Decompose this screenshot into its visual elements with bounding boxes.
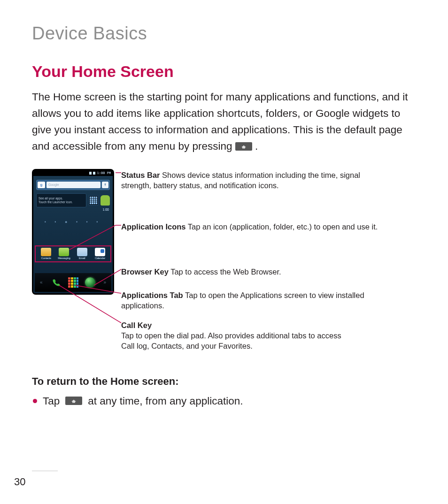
messaging-icon <box>59 248 69 256</box>
callout-status-bar: Status Bar Shows device status informati… <box>121 170 384 191</box>
dock-label: Messaging <box>58 257 70 260</box>
home-screen-diagram: 1:00 PM g Google See all your apps. Touc… <box>32 169 420 366</box>
callout-app-icons: Application Icons Tap an icon (applicati… <box>121 221 378 232</box>
section-title: Device Basics <box>32 23 420 44</box>
call-key-icon <box>51 277 62 288</box>
callout-text: Tap an icon (application, folder, etc.) … <box>186 222 378 231</box>
callout-call-key: Call Key Tap to open the dial pad. Also … <box>121 320 341 351</box>
callout-title: Call Key <box>121 321 152 329</box>
callout-title: Applications Tab <box>121 291 183 299</box>
callout-title: Application Icons <box>121 222 186 231</box>
bullet-text-before: Tap <box>43 395 60 407</box>
intro-paragraph: The Home screen is the starting point fo… <box>32 89 420 155</box>
tip-bubble: See all your apps. Touch the Launcher ic… <box>36 193 86 207</box>
left-arrow-icon: « <box>38 280 45 285</box>
page-number: 30 <box>14 476 25 488</box>
dock-label: Email <box>79 257 85 260</box>
callout-text: Tap to access the Web Browser. <box>169 267 281 276</box>
voice-search-icon <box>102 182 108 188</box>
google-search-input: Google <box>46 182 100 188</box>
battery-icon <box>93 172 95 175</box>
calendar-icon <box>95 248 105 256</box>
tip-line1: See all your apps. <box>39 197 84 200</box>
right-arrow-icon: » <box>101 280 108 285</box>
intro-text-1: The Home screen is the starting point fo… <box>32 91 408 152</box>
phone-screen: 1:00 PM g Google See all your apps. Touc… <box>33 170 113 293</box>
bullet-text-after: at any time, from any application. <box>88 395 243 407</box>
svg-rect-0 <box>105 183 106 185</box>
launcher-grid-icon <box>88 195 99 206</box>
svg-rect-1 <box>105 185 106 186</box>
browser-key-icon <box>85 277 95 288</box>
callout-text-line1: Tap to open the dial pad. Also provides … <box>121 331 341 340</box>
dock-label: Calendar <box>95 257 105 260</box>
bullet-dot-icon <box>33 399 37 403</box>
search-widget: g Google <box>36 180 110 190</box>
intro-text-2: . <box>255 140 258 152</box>
dock-contacts: Contacts <box>38 246 54 261</box>
android-mascot-icon <box>100 195 110 206</box>
manual-page: Device Basics Your Home Screen The Home … <box>0 0 448 504</box>
bottom-bar: « » <box>35 273 111 292</box>
dock-messaging: Messaging <box>55 246 72 261</box>
footer-rule <box>32 471 58 471</box>
clock-widget-time: 1:00 <box>33 208 113 211</box>
google-g-icon: g <box>38 182 45 188</box>
home-key-icon <box>235 142 252 151</box>
callout-apps-tab: Applications Tab Tap to open the Applica… <box>121 290 384 311</box>
tip-line2: Touch the Launcher icon. <box>39 200 84 204</box>
status-time: 1:00 PM <box>97 171 111 175</box>
contacts-icon <box>41 248 51 256</box>
subheading: To return to the Home screen: <box>32 375 420 388</box>
phone-mockup: 1:00 PM g Google See all your apps. Touc… <box>32 169 114 295</box>
callout-title: Browser Key <box>121 267 169 276</box>
email-icon <box>77 248 87 256</box>
page-heading: Your Home Screen <box>32 62 420 81</box>
applications-tab-icon <box>68 277 78 288</box>
dock-email: Email <box>74 246 91 261</box>
page-indicator-dots: • • ● • • • <box>33 220 113 224</box>
callout-browser: Browser Key Tap to access the Web Browse… <box>121 267 281 277</box>
dock-calendar: Calendar <box>92 246 108 261</box>
status-bar: 1:00 PM <box>33 170 113 176</box>
tip-row: See all your apps. Touch the Launcher ic… <box>36 194 110 207</box>
callout-text-line2: Call log, Contacts, and your Favorites. <box>121 342 253 350</box>
app-dock-row: Contacts Messaging Email Calendar <box>35 245 111 262</box>
bullet-row: Tap at any time, from any application. <box>32 395 420 407</box>
signal-icon <box>89 172 92 175</box>
callout-title: Status Bar <box>121 171 160 179</box>
dock-label: Contacts <box>41 257 51 260</box>
home-key-icon <box>65 397 82 405</box>
